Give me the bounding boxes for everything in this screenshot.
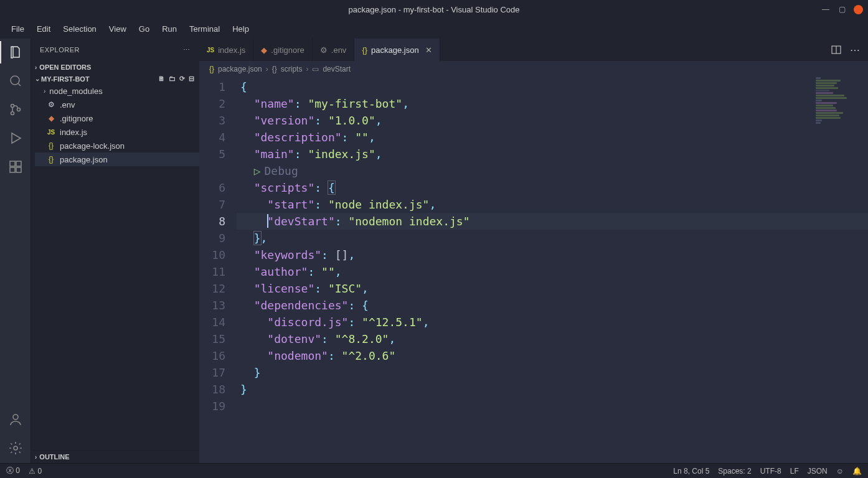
code-text: "" <box>321 265 335 278</box>
explorer-icon[interactable] <box>7 44 24 61</box>
minimize-button[interactable]: — <box>821 5 830 14</box>
file-label: package-lock.json <box>60 141 125 151</box>
window-controls: — ▢ <box>821 5 863 14</box>
breadcrumb-devstart[interactable]: devStart <box>323 65 351 73</box>
run-debug-icon[interactable] <box>7 129 24 147</box>
tab-label: package.json <box>371 45 419 55</box>
feedback-icon[interactable]: ☺ <box>836 467 844 476</box>
tab-gitignore[interactable]: ◆ .gitignore <box>253 39 312 61</box>
debug-label[interactable]: Debug <box>265 164 298 177</box>
menu-run[interactable]: Run <box>157 22 182 36</box>
account-icon[interactable] <box>7 411 24 428</box>
json-icon: {} <box>362 45 367 55</box>
file-label: .env <box>60 100 75 110</box>
close-icon[interactable]: ✕ <box>425 45 432 55</box>
debug-run-icon[interactable]: ▷ <box>254 164 261 177</box>
status-encoding[interactable]: UTF-8 <box>760 467 781 476</box>
refresh-icon[interactable]: ⟳ <box>179 75 185 83</box>
tab-env[interactable]: ⚙ .env <box>313 39 355 61</box>
menu-view[interactable]: View <box>104 22 131 36</box>
code-text: "my-first-bot" <box>308 97 402 110</box>
svg-rect-7 <box>16 161 21 166</box>
menu-terminal[interactable]: Terminal <box>184 22 225 36</box>
settings-icon[interactable] <box>7 439 24 457</box>
svg-point-3 <box>17 108 20 111</box>
code-text: "author" <box>254 265 308 278</box>
status-lncol[interactable]: Ln 8, Col 5 <box>673 467 709 476</box>
symbol-icon: ▭ <box>312 65 319 73</box>
open-editors-section[interactable]: › OPEN EDITORS <box>31 61 199 73</box>
code-text: "ISC" <box>328 282 362 295</box>
svg-rect-6 <box>16 167 21 172</box>
menu-file[interactable]: File <box>6 22 29 36</box>
chevron-right-icon: › <box>306 65 308 73</box>
menubar: File Edit Selection View Go Run Terminal… <box>0 19 868 39</box>
folder-actions: 🗎 🗀 ⟳ ⊟ <box>158 75 194 83</box>
status-eol[interactable]: LF <box>790 467 799 476</box>
code-text: "" <box>355 131 369 144</box>
search-icon[interactable] <box>7 72 24 90</box>
sidebar: EXPLORER ⋯ › OPEN EDITORS ⌄ MY-FIRST-BOT… <box>31 39 199 463</box>
editor-body[interactable]: 12345 678910 1112131415 16171819 { "name… <box>199 77 868 463</box>
tree-item-gitignore[interactable]: ◆ .gitignore <box>35 111 199 125</box>
breadcrumb-scripts[interactable]: scripts <box>281 65 303 73</box>
svg-point-8 <box>13 415 18 419</box>
notifications-icon[interactable]: 🔔 <box>852 467 862 476</box>
problems-errors[interactable]: ⓧ 0 <box>6 466 20 476</box>
split-editor-icon[interactable] <box>831 45 841 55</box>
tree-item-pkg[interactable]: {} package.json <box>35 152 199 166</box>
chevron-down-icon: ⌄ <box>35 75 40 82</box>
editor-area: JS index.js ◆ .gitignore ⚙ .env {} packa… <box>199 39 868 463</box>
code-text: "^8.2.0" <box>335 332 389 345</box>
code-text: "keywords" <box>254 248 321 261</box>
code-text: "^2.0.6" <box>342 349 396 362</box>
code-text: "nodemon" <box>267 349 328 362</box>
breadcrumbs[interactable]: {} package.json › {} scripts › ▭ devStar… <box>199 61 868 77</box>
extensions-icon[interactable] <box>7 158 24 176</box>
status-spaces[interactable]: Spaces: 2 <box>718 467 751 476</box>
code-text: } <box>254 366 261 379</box>
file-label: node_modules <box>49 87 102 96</box>
code-text: "discord.js" <box>267 316 348 329</box>
code-text: "main" <box>254 148 295 161</box>
source-control-icon[interactable] <box>7 101 24 118</box>
problems-warnings[interactable]: ⚠ 0 <box>29 467 42 476</box>
dot-icon: ◆ <box>261 45 267 55</box>
tree-item-env[interactable]: ⚙ .env <box>35 98 199 111</box>
gear-icon: ⚙ <box>320 45 328 55</box>
code-text: "nodemon index.js" <box>348 215 469 228</box>
collapse-icon[interactable]: ⊟ <box>189 75 194 83</box>
menu-selection[interactable]: Selection <box>58 22 101 36</box>
tab-package-json[interactable]: {} package.json ✕ <box>354 39 440 61</box>
code-text: "^12.5.1" <box>362 316 423 329</box>
new-file-icon[interactable]: 🗎 <box>158 75 165 83</box>
svg-rect-5 <box>10 167 15 172</box>
code-text: } <box>254 232 261 245</box>
gear-icon: ⚙ <box>46 100 56 109</box>
tree-item-pkglock[interactable]: {} package-lock.json <box>35 139 199 152</box>
project-folder-header[interactable]: ⌄ MY-FIRST-BOT 🗎 🗀 ⟳ ⊟ <box>31 73 199 84</box>
menu-help[interactable]: Help <box>227 22 254 36</box>
svg-point-2 <box>11 112 14 115</box>
js-icon: JS <box>46 129 56 136</box>
more-icon[interactable]: ⋯ <box>850 44 861 56</box>
js-icon: JS <box>207 47 214 54</box>
file-label: index.js <box>60 128 87 137</box>
close-button[interactable] <box>854 5 863 14</box>
breadcrumb-file[interactable]: package.json <box>218 65 262 73</box>
sidebar-more-icon[interactable]: ⋯ <box>183 46 191 54</box>
menu-go[interactable]: Go <box>134 22 154 36</box>
menu-edit[interactable]: Edit <box>32 22 55 36</box>
tree-item-indexjs[interactable]: JS index.js <box>35 125 199 139</box>
tab-indexjs[interactable]: JS index.js <box>199 39 253 61</box>
new-folder-icon[interactable]: 🗀 <box>169 75 176 83</box>
maximize-button[interactable]: ▢ <box>837 5 846 14</box>
open-editors-label: OPEN EDITORS <box>39 63 91 71</box>
outline-section[interactable]: › OUTLINE <box>31 450 199 463</box>
status-language[interactable]: JSON <box>808 467 828 476</box>
sidebar-header: EXPLORER ⋯ <box>31 39 199 61</box>
code-text: "dependencies" <box>254 299 349 312</box>
code-content[interactable]: { "name": "my-first-bot", "version": "1.… <box>237 77 868 463</box>
code-text: "start" <box>267 198 314 211</box>
tree-item-node-modules[interactable]: › node_modules <box>35 84 199 98</box>
